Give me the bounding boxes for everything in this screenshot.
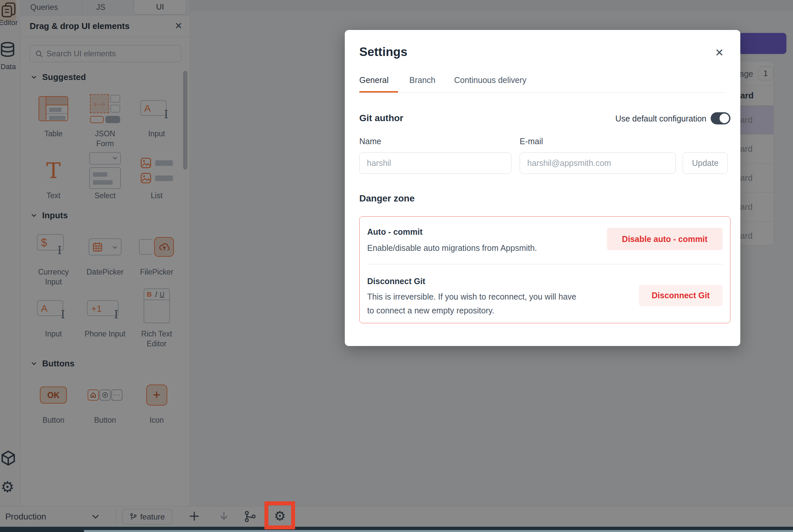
desktop-strip (0, 527, 793, 532)
modal-title: Settings (359, 45, 408, 59)
auto-commit-description: Enable/disable auto migrations from Apps… (367, 241, 537, 255)
update-button[interactable]: Update (683, 152, 728, 174)
use-default-config-label: Use default configuration (345, 114, 706, 124)
use-default-config-toggle[interactable] (711, 112, 731, 125)
email-label: E-mail (520, 137, 543, 146)
disable-auto-commit-button[interactable]: Disable auto - commit (607, 228, 722, 250)
tab-general[interactable]: General (359, 75, 389, 85)
name-field[interactable] (359, 152, 511, 174)
disconnect-git-description-line2: to connect a new empty repository. (367, 304, 494, 317)
desktop-strip-accent (84, 530, 793, 532)
git-settings-modal: Settings ✕ General Branch Continuous del… (345, 30, 740, 346)
disconnect-git-title: Disconnect Git (367, 277, 425, 286)
tab-branch[interactable]: Branch (409, 75, 435, 85)
tab-continuous-delivery[interactable]: Continuous delivery (454, 75, 527, 85)
close-icon[interactable]: ✕ (715, 46, 724, 59)
disconnect-git-button[interactable]: Disconnect Git (639, 285, 722, 306)
app-screen: Page 1 of Discard Discard Discard Discar… (0, 0, 793, 532)
danger-zone-divider (367, 264, 723, 264)
email-field[interactable] (520, 152, 676, 174)
name-label: Name (359, 137, 381, 146)
danger-zone-box: Auto - commit Enable/disable auto migrat… (359, 216, 731, 323)
annotation-highlight-box (264, 501, 295, 529)
disconnect-git-description-line1: This is irreversible. If you wish to rec… (367, 290, 576, 304)
tabs-divider (359, 93, 726, 93)
danger-zone-heading: Danger zone (359, 193, 415, 204)
auto-commit-title: Auto - commit (367, 227, 422, 237)
toggle-knob (720, 114, 729, 123)
